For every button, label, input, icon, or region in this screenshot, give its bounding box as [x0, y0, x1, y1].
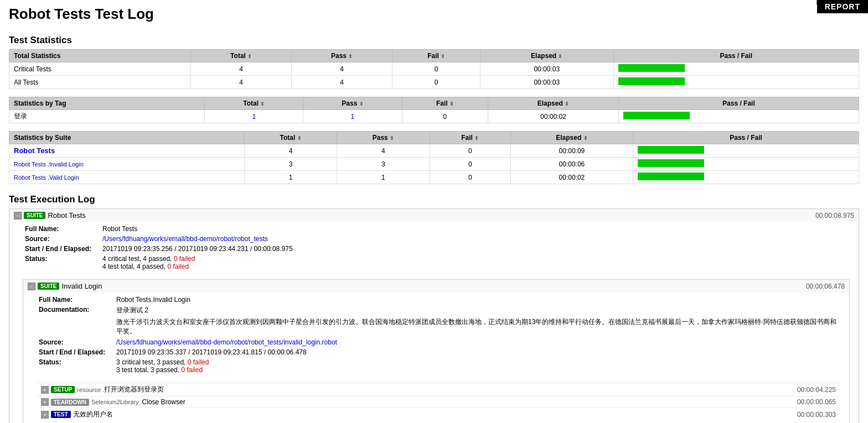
col-pass-hdr: Pass ⇕ [291, 50, 392, 62]
inner-suite-body: Full Name: Robot Tests.Invalid Login Doc… [23, 293, 849, 423]
item-type-badge: TEST [51, 411, 71, 418]
tag-stats-header: Statistics by Tag [9, 97, 205, 110]
top-suite-elapsed: 00:00:08.975 [815, 212, 854, 220]
top-suite-fullname-val: Robot Tests [100, 224, 850, 234]
inner-timing-row: Start / End / Elapsed: 20171019 09:23:35… [37, 347, 840, 357]
suite-stats-header: Statistics by Suite [9, 132, 245, 144]
item-expand-btn[interactable]: + [41, 398, 49, 406]
top-suite-fullname-row: Full Name: Robot Tests [23, 224, 850, 234]
table-row: All Tests 4 4 0 00:00:03 [9, 76, 859, 89]
top-suite-source-row: Source: /Users/fdhuang/works/emall/bbd-d… [23, 234, 850, 244]
list-item: + TEARDOWN Selenium2Library . Close Brow… [37, 396, 840, 408]
inner-suite-elapsed: 00:00:06.478 [806, 283, 845, 290]
table-row: Critical Tests 4 4 0 00:00:03 [9, 62, 859, 76]
item-elapsed: 00:00:00.303 [797, 411, 836, 419]
inner-status-row: Status: 3 critical test, 3 passed, 0 fai… [37, 357, 840, 375]
inner-suite-badge: SUITE [38, 283, 59, 290]
table-row: Robot Tests .Valid Login 1 1 0 00:00:02 [9, 171, 859, 184]
exec-log-container: − SUITE Robot Tests 00:00:08.975 Full Na… [9, 208, 859, 423]
item-elapsed: 00:00:00.065 [797, 398, 836, 406]
item-expand-btn[interactable]: + [41, 386, 49, 394]
table-row: 登录 1 1 0 00:00:02 [9, 110, 859, 123]
total-stats-header: Total Statistics [9, 50, 191, 62]
inner-doc-row: Documentation: 登录测试 2 激光干涉引力波天文台和室女座干涉仪首… [37, 305, 840, 337]
report-button[interactable]: REPORT [817, 0, 868, 13]
inner-suite-header: − SUITE Invalid Login 00:00:06.478 [23, 280, 849, 293]
item-name: Close Browser [142, 398, 185, 406]
top-suite-status2: 4 test total, 4 passed, [102, 263, 166, 270]
total-statistics-table: Total Statistics Total ⇕ Pass ⇕ Fail ⇕ E… [9, 49, 859, 89]
item-name: 打开浏览器到登录页 [104, 385, 164, 394]
item-elapsed: 00:00:04.225 [797, 386, 836, 394]
exec-log-heading: Test Execution Log [9, 194, 859, 205]
tag-statistics-table: Statistics by Tag Total ⇕ Pass ⇕ Fail ⇕ … [9, 97, 859, 123]
top-suite-failed1: 0 failed [174, 255, 195, 263]
item-name: 无效的用户名 [73, 410, 113, 419]
top-suite-collapse[interactable]: − [14, 212, 22, 220]
inner-failed1: 0 failed [188, 358, 209, 366]
inner-timing-val: 20171019 09:23:35.337 / 20171019 09:23:4… [114, 347, 840, 357]
inner-suite-collapse[interactable]: − [28, 283, 35, 290]
inner-fullname-row: Full Name: Robot Tests.Invalid Login [37, 295, 840, 305]
item-type-badge: SETUP [51, 386, 75, 393]
top-suite-header: − SUITE Robot Tests 00:00:08.975 [9, 209, 859, 222]
list-item: + SETUP resource . 打开浏览器到登录页 00:00:04.22… [37, 383, 840, 396]
col-fail-hdr: Fail ⇕ [392, 50, 480, 62]
item-type-badge: TEARDOWN [51, 399, 89, 406]
suite-statistics-table: Statistics by Suite Total ⇕ Pass ⇕ Fail … [9, 131, 859, 184]
top-suite-timing-row: Start / End / Elapsed: 20171019 09:23:35… [23, 244, 850, 254]
inner-doc-long: 激光干涉引力波天文台和室女座干涉仪首次观测到因两颗中子星合并引发的引力波。联合国… [116, 317, 838, 336]
inner-suite-invalid-login: − SUITE Invalid Login 00:00:06.478 Full … [23, 279, 850, 423]
top-suite-timing-val: 20171019 09:23:35.256 / 20171019 09:23:4… [100, 244, 850, 254]
inner-source-link[interactable]: /Users/fdhuang/works/emall/bbd-demo/robo… [116, 338, 337, 346]
top-suite-failed2: 0 failed [167, 263, 189, 270]
col-passfail-hdr: Pass / Fail [613, 50, 859, 62]
inner-doc-label: 登录测试 2 [116, 306, 838, 315]
top-suite-status-row: Status: 4 critical test, 4 passed, 0 fai… [23, 254, 850, 271]
list-item: + TEST 无效的用户名 00:00:00.303 [37, 408, 840, 421]
inner-source-row: Source: /Users/fdhuang/works/emall/bbd-d… [37, 337, 840, 347]
inner-failed2: 0 failed [181, 366, 203, 374]
item-expand-btn[interactable]: + [41, 411, 49, 419]
top-suite-name: Robot Tests [48, 211, 85, 220]
test-statistics-heading: Test Statistics [9, 35, 859, 46]
top-suite-body: Full Name: Robot Tests Source: /Users/fd… [9, 222, 859, 423]
table-row: Robot Tests .Invalid Login 3 3 0 00:00:0… [9, 158, 859, 171]
inner-fullname-val: Robot Tests.Invalid Login [114, 295, 840, 305]
top-suite-status1: 4 critical test, 4 passed, [102, 255, 172, 263]
suite-badge: SUITE [24, 212, 45, 219]
page-title: Robot Tests Test Log [9, 6, 859, 23]
inner-suite-name: Invalid Login [61, 282, 102, 290]
inner-status2: 3 test total, 3 passed, [116, 366, 179, 374]
top-suite-source-link[interactable]: /Users/fdhuang/works/emall/bbd-demo/robo… [102, 235, 268, 243]
table-row: Robot Tests 4 4 0 00:00:09 [9, 144, 859, 158]
col-total-hdr: Total ⇕ [191, 50, 292, 62]
col-elapsed-hdr: Elapsed ⇕ [480, 50, 613, 62]
inner-status1: 3 critical test, 3 passed, [116, 358, 185, 366]
